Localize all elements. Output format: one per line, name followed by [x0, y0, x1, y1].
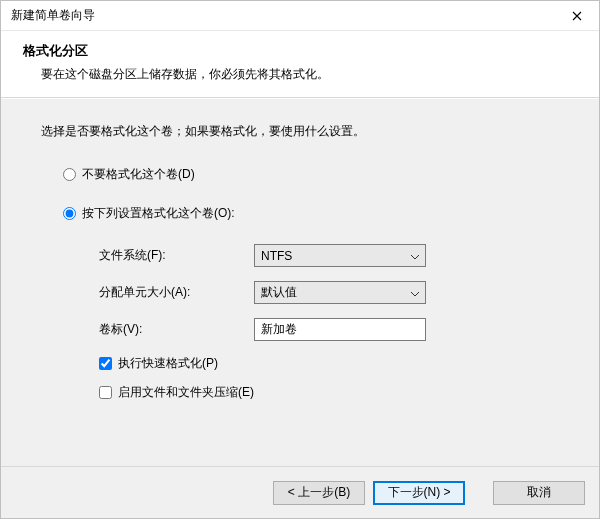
radio-no-format-input[interactable] [63, 168, 76, 181]
page-title: 格式化分区 [23, 43, 577, 60]
close-icon [572, 11, 582, 21]
filesystem-value: NTFS [261, 249, 292, 263]
filesystem-select[interactable]: NTFS [254, 244, 426, 267]
titlebar: 新建简单卷向导 [1, 1, 599, 31]
filesystem-label: 文件系统(F): [99, 247, 254, 264]
radio-format-label: 按下列设置格式化这个卷(O): [82, 205, 235, 222]
radio-format-input[interactable] [63, 207, 76, 220]
next-button[interactable]: 下一步(N) > [373, 481, 465, 505]
wizard-header: 格式化分区 要在这个磁盘分区上储存数据，你必须先将其格式化。 [1, 31, 599, 98]
quick-format-label: 执行快速格式化(P) [118, 355, 218, 372]
compress-check[interactable]: 启用文件和文件夹压缩(E) [99, 384, 559, 401]
allocation-select[interactable]: 默认值 [254, 281, 426, 304]
cancel-button[interactable]: 取消 [493, 481, 585, 505]
page-subtitle: 要在这个磁盘分区上储存数据，你必须先将其格式化。 [23, 66, 577, 83]
chevron-down-icon [411, 286, 419, 300]
compress-checkbox[interactable] [99, 386, 112, 399]
volume-label-input[interactable] [254, 318, 426, 341]
filesystem-row: 文件系统(F): NTFS [99, 244, 559, 267]
radio-format[interactable]: 按下列设置格式化这个卷(O): [63, 205, 559, 222]
chevron-down-icon [411, 249, 419, 263]
allocation-value: 默认值 [261, 284, 297, 301]
quick-format-check[interactable]: 执行快速格式化(P) [99, 355, 559, 372]
window-title: 新建简单卷向导 [11, 7, 95, 24]
instruction-text: 选择是否要格式化这个卷；如果要格式化，要使用什么设置。 [41, 123, 559, 140]
back-button[interactable]: < 上一步(B) [273, 481, 365, 505]
radio-no-format-label: 不要格式化这个卷(D) [82, 166, 195, 183]
allocation-label: 分配单元大小(A): [99, 284, 254, 301]
format-settings: 文件系统(F): NTFS 分配单元大小(A): 默认值 [99, 244, 559, 341]
volume-label-label: 卷标(V): [99, 321, 254, 338]
wizard-footer: < 上一步(B) 下一步(N) > 取消 [1, 466, 599, 518]
allocation-row: 分配单元大小(A): 默认值 [99, 281, 559, 304]
close-button[interactable] [554, 1, 599, 31]
compress-label: 启用文件和文件夹压缩(E) [118, 384, 254, 401]
quick-format-checkbox[interactable] [99, 357, 112, 370]
radio-no-format[interactable]: 不要格式化这个卷(D) [63, 166, 559, 183]
wizard-content: 选择是否要格式化这个卷；如果要格式化，要使用什么设置。 不要格式化这个卷(D) … [1, 98, 599, 466]
volume-label-row: 卷标(V): [99, 318, 559, 341]
wizard-window: 新建简单卷向导 格式化分区 要在这个磁盘分区上储存数据，你必须先将其格式化。 选… [0, 0, 600, 519]
